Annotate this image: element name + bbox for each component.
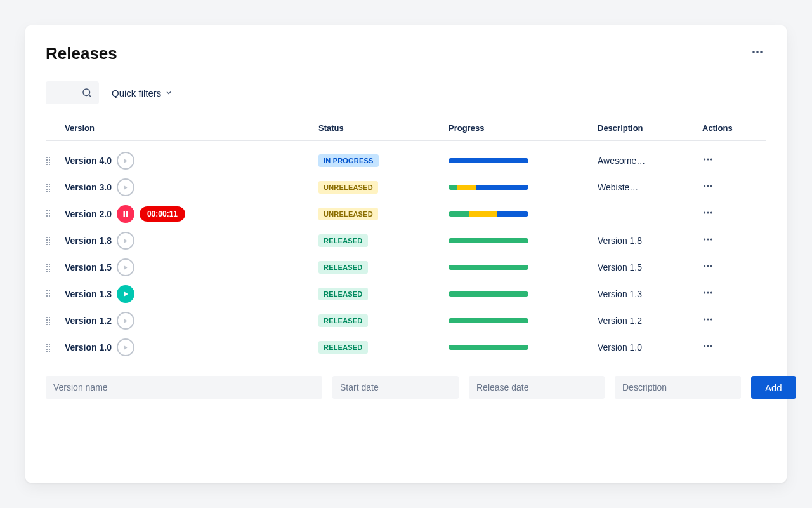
svg-point-32 — [707, 318, 709, 320]
progress-bar — [449, 238, 528, 243]
svg-point-21 — [710, 238, 712, 240]
timer-badge: 00:00:11 — [140, 206, 185, 222]
table-row: Version 1.5 RELEASED Version 1.5 — [46, 254, 766, 281]
play-button-active[interactable] — [117, 285, 134, 303]
drag-icon — [46, 156, 51, 165]
play-button[interactable] — [117, 338, 134, 356]
version-name: Version 3.0 — [65, 182, 112, 192]
drag-handle[interactable] — [46, 183, 65, 192]
drag-handle[interactable] — [46, 343, 65, 352]
row-actions-button[interactable] — [702, 154, 753, 168]
svg-marker-26 — [124, 291, 128, 297]
svg-rect-14 — [126, 211, 128, 217]
svg-point-10 — [704, 185, 705, 187]
drag-handle[interactable] — [46, 156, 65, 165]
table-row: Version 4.0 IN PROGRESS Awesome… — [46, 147, 766, 174]
status-badge: RELEASED — [318, 314, 368, 327]
row-actions-button[interactable] — [702, 287, 753, 301]
more-horizontal-icon — [702, 154, 714, 165]
progress-bar — [449, 185, 528, 190]
column-description: Description — [598, 123, 702, 133]
chevron-down-icon — [165, 89, 173, 97]
progress-bar — [449, 318, 528, 323]
description-input[interactable] — [615, 376, 741, 399]
row-actions-button[interactable] — [702, 340, 753, 354]
start-date-input[interactable] — [332, 376, 459, 399]
version-cell: Version 1.2 — [65, 312, 318, 330]
play-button[interactable] — [117, 232, 134, 250]
drag-handle[interactable] — [46, 316, 65, 325]
play-button[interactable] — [117, 258, 134, 276]
drag-icon — [46, 210, 51, 218]
more-horizontal-icon — [702, 287, 714, 298]
table-row: Version 1.8 RELEASED Version 1.8 — [46, 227, 766, 254]
release-date-input[interactable] — [469, 376, 605, 399]
progress-cell — [449, 211, 598, 217]
svg-point-29 — [710, 291, 712, 293]
status-cell: UNRELEASED — [318, 208, 449, 220]
svg-point-16 — [707, 211, 709, 213]
row-actions-button[interactable] — [702, 260, 753, 274]
status-badge: UNRELEASED — [318, 208, 378, 220]
drag-icon — [46, 236, 51, 245]
toolbar: Quick filters — [46, 81, 766, 104]
search-input[interactable] — [46, 81, 99, 104]
column-version: Version — [65, 123, 318, 133]
svg-point-33 — [710, 318, 712, 320]
play-icon — [122, 185, 128, 190]
version-name: Version 1.2 — [65, 316, 112, 326]
status-cell: RELEASED — [318, 341, 449, 354]
drag-handle[interactable] — [46, 263, 65, 272]
version-name: Version 1.8 — [65, 236, 112, 246]
svg-point-27 — [704, 291, 705, 293]
play-button[interactable] — [117, 152, 134, 170]
version-name: Version 4.0 — [65, 156, 112, 166]
progress-segment — [457, 185, 477, 190]
add-button[interactable]: Add — [751, 376, 796, 399]
progress-segment — [449, 318, 528, 323]
quick-filters-dropdown[interactable]: Quick filters — [112, 88, 173, 98]
progress-segment — [449, 291, 528, 297]
pause-button[interactable] — [117, 205, 134, 223]
table-row: Version 1.3 RELEASED Version 1.3 — [46, 281, 766, 307]
releases-table: Version Status Progress Description Acti… — [46, 123, 766, 361]
row-actions-button[interactable] — [702, 207, 753, 221]
status-badge: RELEASED — [318, 261, 368, 274]
version-name: Version 1.0 — [65, 342, 112, 352]
description-cell: Version 1.2 — [598, 316, 693, 326]
drag-icon — [46, 290, 51, 298]
svg-point-24 — [707, 265, 709, 267]
search-icon — [81, 87, 93, 98]
column-status: Status — [318, 123, 449, 133]
svg-point-3 — [83, 89, 90, 96]
row-actions-button[interactable] — [702, 314, 753, 328]
svg-marker-9 — [124, 185, 128, 189]
progress-segment — [449, 345, 528, 350]
status-cell: RELEASED — [318, 288, 449, 300]
drag-handle[interactable] — [46, 210, 65, 218]
status-cell: RELEASED — [318, 314, 449, 327]
version-cell: Version 1.3 — [65, 285, 318, 303]
row-actions-button[interactable] — [702, 180, 753, 194]
description-cell: Version 1.0 — [598, 342, 693, 352]
drag-handle[interactable] — [46, 290, 65, 298]
progress-segment — [449, 238, 528, 243]
svg-point-2 — [760, 51, 763, 53]
svg-point-1 — [756, 51, 759, 53]
row-actions-button[interactable] — [702, 234, 753, 248]
drag-handle[interactable] — [46, 236, 65, 245]
play-button[interactable] — [117, 312, 134, 330]
version-cell: Version 1.5 — [65, 258, 318, 276]
svg-marker-22 — [124, 265, 128, 269]
table-body: Version 4.0 IN PROGRESS Awesome… Version… — [46, 141, 766, 361]
progress-cell — [449, 345, 598, 350]
version-cell: Version 1.0 — [65, 338, 318, 356]
play-icon — [122, 345, 128, 351]
table-row: Version 1.2 RELEASED Version 1.2 — [46, 307, 766, 334]
panel-more-button[interactable] — [749, 43, 766, 64]
play-button[interactable] — [117, 178, 134, 196]
svg-point-0 — [752, 51, 755, 53]
progress-cell — [449, 318, 598, 323]
version-name-input[interactable] — [46, 376, 322, 399]
play-icon — [122, 238, 128, 244]
